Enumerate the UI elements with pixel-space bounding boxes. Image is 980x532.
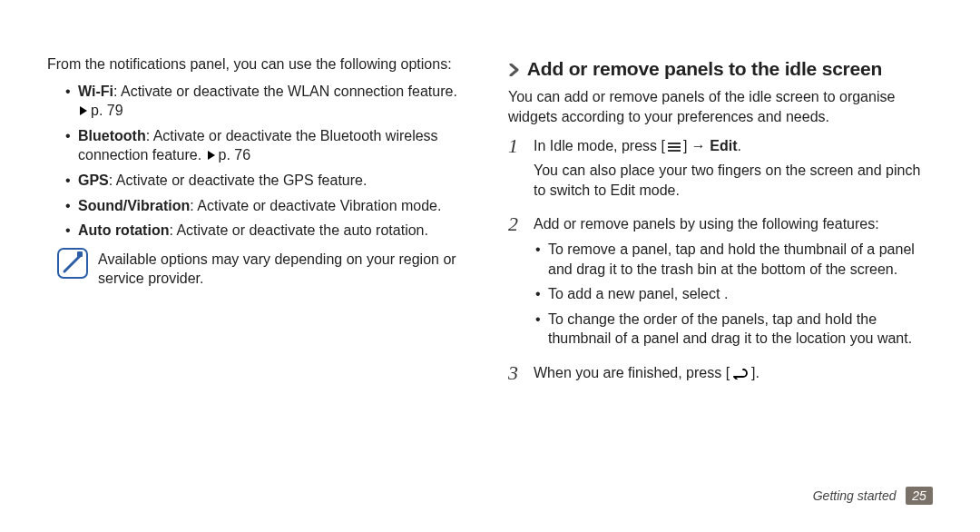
step-text: ]. (751, 365, 760, 380)
play-icon (80, 106, 87, 115)
play-icon (208, 151, 215, 160)
option-auto-rotation: Auto rotation: Activate or deactivate th… (47, 221, 472, 241)
step-number: 3 (508, 363, 524, 389)
section-heading: Add or remove panels to the idle screen (508, 56, 933, 82)
step-3: 3 When you are finished, press []. (508, 363, 933, 389)
step-1: 1 In Idle mode, press [] → Edit. You can… (508, 136, 933, 206)
option-text: : Activate or deactivate the GPS feature… (109, 172, 368, 188)
right-column: Add or remove panels to the idle screen … (508, 54, 933, 479)
option-label: Bluetooth (78, 128, 146, 143)
left-column: From the notifications panel, you can us… (47, 54, 472, 479)
heading-text: Add or remove panels to the idle screen (527, 58, 882, 79)
page-footer: Getting started 25 (47, 479, 933, 505)
note-text: Available options may vary depending on … (98, 248, 472, 289)
svg-line-1 (64, 255, 81, 271)
step-body: When you are finished, press []. (534, 363, 933, 389)
sub-bullet: To change the order of the panels, tap a… (534, 310, 933, 349)
note-icon (57, 248, 88, 279)
step-1-line: In Idle mode, press [] → Edit. (534, 136, 933, 156)
step-text: In Idle mode, press [ (534, 138, 665, 153)
option-gps: GPS: Activate or deactivate the GPS feat… (47, 171, 472, 191)
svg-rect-2 (77, 251, 83, 257)
page-ref: p. 79 (91, 101, 123, 121)
step-text: When you are finished, press [ (534, 365, 730, 380)
manual-page: From the notifications panel, you can us… (0, 0, 980, 532)
sub-bullet: To remove a panel, tap and hold the thum… (534, 240, 933, 279)
page-number: 25 (906, 487, 933, 505)
back-key-icon (730, 369, 750, 379)
step-number: 1 (508, 136, 524, 206)
two-column-layout: From the notifications panel, you can us… (47, 54, 933, 479)
edit-label: Edit (710, 138, 737, 153)
option-sound-vibration: Sound/Vibration: Activate or deactivate … (47, 196, 472, 216)
section-intro: You can add or remove panels of the idle… (508, 87, 933, 126)
step-body: In Idle mode, press [] → Edit. You can a… (534, 136, 933, 206)
option-wifi: Wi-Fi: Activate or deactivate the WLAN c… (47, 82, 472, 121)
chevron-right-icon (508, 64, 521, 76)
menu-key-icon (666, 142, 682, 153)
section-name: Getting started (813, 488, 897, 503)
step-2-lead: Add or remove panels by using the follow… (534, 214, 933, 234)
notifications-intro: From the notifications panel, you can us… (47, 54, 472, 74)
option-text: : Activate or deactivate Vibration mode. (190, 198, 441, 213)
step-1-extra: You can also place your two fingers on t… (534, 161, 933, 200)
steps-list: 1 In Idle mode, press [] → Edit. You can… (508, 136, 933, 389)
option-label: Sound/Vibration (78, 198, 190, 213)
sub-bullet: To add a new panel, select . (534, 284, 933, 304)
options-list: Wi-Fi: Activate or deactivate the WLAN c… (47, 82, 472, 241)
option-label: Wi-Fi (78, 84, 113, 99)
step-2-bullets: To remove a panel, tap and hold the thum… (534, 240, 933, 349)
step-text: . (738, 138, 741, 153)
option-label: GPS (78, 172, 109, 188)
step-3-line: When you are finished, press []. (534, 363, 933, 383)
option-label: Auto rotation (78, 222, 169, 238)
option-bluetooth: Bluetooth: Activate or deactivate the Bl… (47, 126, 472, 165)
step-body: Add or remove panels by using the follow… (534, 214, 933, 354)
step-number: 2 (508, 214, 524, 354)
step-2: 2 Add or remove panels by using the foll… (508, 214, 933, 354)
option-text: : Activate or deactivate the WLAN connec… (113, 84, 457, 99)
option-text: : Activate or deactivate the auto rotati… (169, 222, 428, 238)
step-text: ] → (683, 138, 710, 153)
note: Available options may vary depending on … (47, 248, 472, 289)
page-ref: p. 76 (219, 145, 251, 165)
